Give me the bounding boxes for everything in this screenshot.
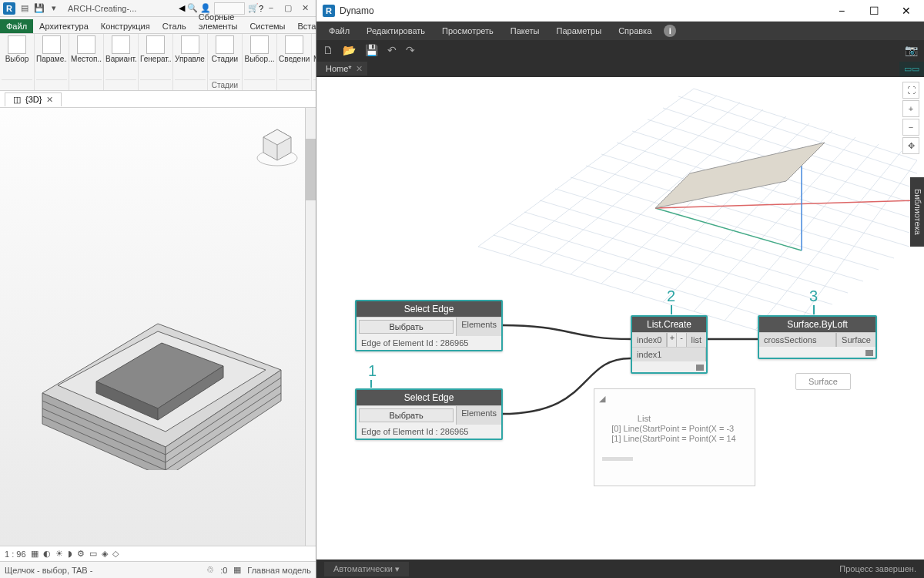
view-toggle-icon[interactable]: ▭▭ bbox=[899, 62, 924, 76]
view-tabs: ◫ {3D} ✕ bbox=[0, 91, 316, 108]
ribbon-button[interactable]: Стадии bbox=[209, 35, 240, 63]
generate-icon bbox=[146, 35, 165, 54]
qat-open-icon[interactable]: ▤ bbox=[18, 2, 31, 15]
collapse-icon[interactable]: ◢ bbox=[599, 394, 605, 404]
add-input-button[interactable]: + bbox=[667, 333, 676, 347]
ribbon-button[interactable]: Вариант... bbox=[105, 35, 136, 63]
status-text: Щелчок - выбор, TAB - bbox=[5, 566, 92, 575]
scale-label[interactable]: 1 : 96 bbox=[5, 549, 26, 559]
workset-label[interactable]: Главная модель bbox=[247, 566, 311, 575]
revit-status-bar: Щелчок - выбор, TAB - ♲ :0 ▦ Главная мод… bbox=[0, 561, 316, 578]
dynamo-workspace-tabs: Home* ✕ ▭▭ bbox=[316, 60, 924, 77]
menu-help[interactable]: Справка bbox=[611, 24, 659, 38]
ribbon-tab[interactable]: Конструкция bbox=[95, 19, 156, 33]
cart-icon[interactable]: 🛒 bbox=[248, 3, 259, 13]
remove-input-button[interactable]: - bbox=[676, 333, 685, 347]
node-select-edge-1[interactable]: Select Edge Выбрать Elements Edge of Ele… bbox=[355, 300, 503, 351]
node-header: Select Edge bbox=[357, 301, 501, 317]
preview-scrollbar[interactable] bbox=[602, 457, 633, 461]
open-icon[interactable]: 📂 bbox=[343, 44, 356, 56]
filter-count: :0 bbox=[220, 566, 227, 575]
close-button[interactable]: ✕ bbox=[895, 5, 918, 17]
run-mode-dropdown[interactable]: Автоматически ▾ bbox=[324, 562, 409, 576]
vertical-scrollbar[interactable] bbox=[305, 108, 316, 546]
menu-edit[interactable]: Редактировать bbox=[359, 24, 433, 38]
select-button[interactable]: Выбрать bbox=[359, 320, 454, 334]
lacing-icon[interactable] bbox=[865, 350, 873, 356]
view-tab-3d[interactable]: ◫ {3D} ✕ bbox=[5, 92, 62, 106]
menu-file[interactable]: Файл bbox=[321, 24, 357, 38]
ribbon-tab[interactable]: Системы bbox=[243, 19, 291, 33]
reveal-icon[interactable]: ◇ bbox=[112, 549, 119, 559]
tab-close-icon[interactable]: ✕ bbox=[356, 64, 363, 74]
dynamo-canvas[interactable]: Библиотека ⛶ + − ✥ 1 2 3 bbox=[316, 77, 924, 560]
scrollbar-thumb[interactable] bbox=[306, 139, 316, 200]
close-button[interactable]: ✕ bbox=[297, 3, 313, 13]
output-port[interactable]: Elements bbox=[456, 318, 501, 336]
menu-packages[interactable]: Пакеты bbox=[503, 24, 547, 38]
output-port[interactable]: Elements bbox=[456, 406, 501, 425]
menu-view[interactable]: Просмотреть bbox=[434, 24, 501, 38]
minimize-button[interactable]: − bbox=[830, 5, 853, 17]
zoom-in-icon[interactable]: + bbox=[902, 100, 919, 117]
menu-params[interactable]: Параметры bbox=[548, 24, 609, 38]
workset-icon[interactable]: ▦ bbox=[233, 565, 241, 575]
select-button[interactable]: Выбрать bbox=[359, 408, 454, 422]
render-icon[interactable]: ⚙ bbox=[77, 549, 85, 559]
ribbon-tab[interactable]: Сборные элементы bbox=[192, 10, 244, 33]
camera-icon[interactable]: 📷 bbox=[905, 44, 918, 56]
file-tab[interactable]: Файл bbox=[0, 19, 33, 33]
manage-icon bbox=[181, 35, 199, 54]
view-name: {3D} bbox=[25, 95, 42, 104]
visual-style-icon[interactable]: ◐ bbox=[43, 549, 51, 559]
ribbon-button[interactable]: Сведения bbox=[279, 35, 310, 63]
ribbon-button[interactable]: Местоп... bbox=[71, 35, 102, 63]
ribbon-button[interactable]: Макросы bbox=[313, 35, 316, 63]
status-icon[interactable]: ♲ bbox=[206, 565, 214, 575]
info-icon[interactable]: i bbox=[664, 25, 676, 37]
ribbon-tab[interactable]: Архитектура bbox=[33, 19, 95, 33]
input-port[interactable]: index1 bbox=[632, 348, 706, 361]
cursor-icon bbox=[8, 35, 26, 54]
tab-close-icon[interactable]: ✕ bbox=[46, 95, 53, 105]
revit-3d-viewport[interactable] bbox=[0, 108, 316, 546]
input-port[interactable]: crossSections bbox=[759, 333, 836, 347]
zoom-out-icon[interactable]: − bbox=[902, 119, 919, 136]
workspace-tab[interactable]: Home* ✕ bbox=[316, 62, 367, 76]
ribbon-button[interactable]: Управле... bbox=[175, 35, 206, 63]
new-icon[interactable]: 🗋 bbox=[323, 44, 333, 56]
pan-icon[interactable]: ✥ bbox=[902, 137, 919, 154]
minimize-button[interactable]: − bbox=[263, 3, 279, 13]
node-select-edge-2[interactable]: Select Edge Выбрать Elements Edge of Ele… bbox=[355, 388, 503, 440]
qat-save-icon[interactable]: 💾 bbox=[33, 2, 45, 15]
sun-icon[interactable]: ☀ bbox=[55, 549, 63, 559]
node-preview[interactable]: ◢ List [0] Line(StartPoint = Point(X = -… bbox=[594, 388, 755, 486]
ribbon-button[interactable]: Выбор... bbox=[244, 35, 275, 63]
lacing-icon[interactable] bbox=[696, 365, 704, 371]
node-surface-byloft[interactable]: Surface.ByLoft crossSections Surface bbox=[758, 315, 877, 359]
library-panel-tab[interactable]: Библиотека bbox=[910, 177, 924, 247]
maximize-button[interactable]: ☐ bbox=[862, 5, 886, 17]
maximize-button[interactable]: ▢ bbox=[280, 3, 296, 13]
node-list-create[interactable]: List.Create index0 + - list index1 bbox=[631, 315, 708, 374]
input-port[interactable]: index0 bbox=[632, 333, 667, 347]
ribbon-button[interactable]: Параме... bbox=[36, 35, 67, 63]
save-icon[interactable]: 💾 bbox=[365, 44, 378, 56]
output-port[interactable]: list bbox=[686, 333, 706, 347]
output-port[interactable]: Surface bbox=[836, 333, 875, 347]
ribbon-button[interactable]: Генерат... bbox=[140, 35, 171, 63]
ribbon-button[interactable]: Выбор bbox=[2, 35, 32, 63]
detail-icon[interactable]: ▦ bbox=[31, 549, 38, 559]
crop-icon[interactable]: ▭ bbox=[89, 549, 97, 559]
shadows-icon[interactable]: ◗ bbox=[68, 549, 72, 559]
redo-icon[interactable]: ↷ bbox=[406, 44, 415, 56]
qat-dropdown-icon[interactable]: ▾ bbox=[48, 2, 60, 15]
viewcube[interactable] bbox=[254, 123, 300, 170]
output-preview-pill[interactable]: Surface bbox=[795, 373, 851, 390]
nav-back-icon[interactable]: ◀ bbox=[179, 3, 185, 13]
zoom-fit-icon[interactable]: ⛶ bbox=[902, 82, 919, 99]
undo-icon[interactable]: ↶ bbox=[387, 44, 397, 56]
hide-icon[interactable]: ◈ bbox=[102, 549, 108, 559]
node-header: List.Create bbox=[632, 317, 706, 332]
ribbon-tab[interactable]: Сталь bbox=[156, 19, 192, 33]
